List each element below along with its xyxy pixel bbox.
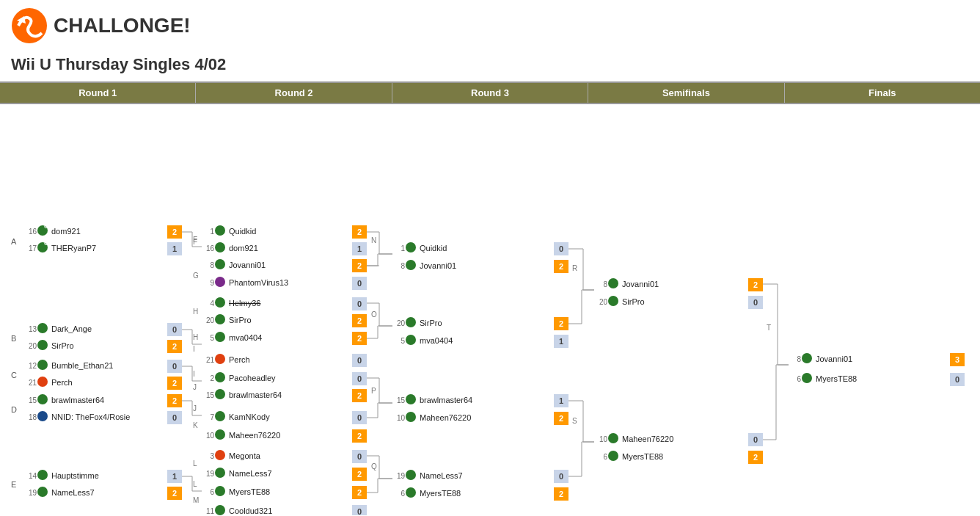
svg-point-188 (406, 470, 416, 480)
svg-text:Maheen76220: Maheen76220 (622, 435, 673, 443)
svg-text:0: 0 (753, 435, 758, 444)
svg-point-150 (215, 505, 225, 515)
svg-point-81 (215, 277, 225, 287)
svg-text:1: 1 (401, 244, 405, 252)
svg-text:Jovanni01: Jovanni01 (229, 261, 266, 269)
svg-text:10: 10 (599, 435, 608, 443)
svg-point-104 (215, 354, 225, 364)
svg-point-161 (406, 260, 416, 270)
svg-text:4: 4 (210, 299, 214, 308)
svg-text:dom921: dom921 (229, 244, 258, 252)
svg-text:8: 8 (210, 261, 214, 269)
svg-text:1: 1 (559, 396, 563, 405)
svg-text:R: R (572, 264, 577, 272)
svg-text:N: N (371, 236, 376, 244)
svg-text:2: 2 (172, 396, 177, 405)
svg-text:15: 15 (397, 396, 406, 404)
svg-point-224 (802, 373, 812, 383)
svg-point-22 (37, 340, 48, 350)
svg-point-87 (215, 297, 225, 308)
finals-header: Finals (785, 83, 980, 103)
svg-point-58 (37, 487, 48, 497)
svg-text:11: 11 (206, 507, 215, 515)
svg-text:20: 20 (29, 342, 37, 350)
svg-text:16: 16 (29, 228, 37, 236)
svg-point-110 (215, 372, 225, 382)
svg-point-46 (37, 411, 48, 421)
svg-text:J: J (193, 383, 197, 391)
round2-header: Round 2 (196, 83, 392, 103)
svg-point-92 (215, 314, 225, 324)
svg-text:2: 2 (357, 334, 362, 343)
svg-text:MyersTE88: MyersTE88 (622, 452, 663, 461)
svg-text:mva0404: mva0404 (229, 333, 262, 342)
svg-text:2: 2 (357, 228, 362, 236)
svg-text:Perch: Perch (51, 378, 73, 387)
svg-text:2: 2 (559, 490, 563, 498)
svg-text:20: 20 (599, 298, 608, 306)
svg-text:M: M (193, 496, 199, 504)
svg-text:12: 12 (29, 362, 37, 370)
svg-text:J: J (193, 404, 197, 413)
svg-text:10: 10 (397, 414, 406, 422)
svg-point-1 (0, 104, 12, 116)
svg-text:Dark_Ange: Dark_Ange (51, 324, 92, 333)
svg-text:MyersTE88: MyersTE88 (816, 374, 857, 383)
svg-text:A: A (11, 237, 17, 246)
svg-point-167 (406, 317, 416, 327)
svg-text:Jovanni01: Jovanni01 (816, 355, 852, 363)
svg-text:brawlmaster64: brawlmaster64 (420, 396, 472, 404)
svg-text:0: 0 (357, 374, 362, 383)
svg-text:SirPro: SirPro (622, 297, 645, 306)
svg-text:Cooldud321: Cooldud321 (229, 506, 272, 515)
svg-point-214 (608, 451, 618, 461)
svg-text:6: 6 (797, 375, 801, 383)
svg-text:THERyanP7: THERyanP7 (51, 244, 96, 252)
svg-text:1: 1 (559, 337, 563, 346)
svg-text:Maheen76220: Maheen76220 (229, 431, 280, 440)
svg-point-122 (215, 411, 225, 421)
svg-point-198 (608, 278, 618, 288)
svg-text:15: 15 (206, 391, 215, 399)
svg-text:PhantomVirus13: PhantomVirus13 (229, 278, 288, 287)
tournament-title: Wii U Thursday Singles 4/02 (0, 51, 980, 81)
challonge-logo-icon (11, 7, 48, 44)
svg-text:D: D (11, 405, 17, 414)
svg-text:SirPro: SirPro (420, 319, 442, 327)
svg-point-65 (215, 225, 225, 236)
svg-text:mva0404: mva0404 (420, 336, 453, 345)
svg-text:6: 6 (210, 488, 214, 496)
svg-text:Perch: Perch (229, 355, 250, 364)
svg-text:SirPro: SirPro (51, 341, 74, 350)
svg-text:0: 0 (753, 298, 758, 307)
svg-text:9: 9 (210, 279, 214, 287)
svg-text:brawlmaster64: brawlmaster64 (51, 396, 104, 404)
svg-text:MyersTE88: MyersTE88 (420, 489, 461, 498)
svg-point-193 (406, 487, 416, 498)
svg-text:Pacoheadley: Pacoheadley (229, 374, 276, 382)
svg-text:C: C (11, 371, 17, 379)
svg-text:16: 16 (206, 244, 215, 252)
svg-text:21: 21 (29, 379, 37, 387)
svg-text:I: I (193, 370, 195, 378)
svg-text:Quidkid: Quidkid (420, 244, 447, 252)
svg-text:2: 2 (210, 374, 214, 382)
svg-text:21: 21 (206, 356, 215, 364)
svg-text:19: 19 (29, 489, 37, 497)
svg-text:NNID: TheFox4/Rosie: NNID: TheFox4/Rosie (51, 413, 130, 421)
bracket-area: 16 G dom921 2 17 G THERyanP7 1 A F 13 Da… (0, 104, 980, 515)
svg-text:0: 0 (357, 452, 362, 461)
svg-text:T: T (767, 324, 771, 332)
svg-text:2: 2 (357, 391, 362, 400)
svg-text:2: 2 (357, 432, 362, 440)
svg-text:2: 2 (357, 470, 362, 479)
svg-text:0: 0 (172, 413, 177, 422)
svg-text:2: 2 (753, 453, 758, 462)
svg-text:Jovanni01: Jovanni01 (420, 261, 456, 270)
svg-text:13: 13 (29, 325, 37, 333)
svg-text:3: 3 (210, 452, 214, 460)
svg-text:2: 2 (559, 319, 563, 328)
semis-header: Semifinals (588, 83, 784, 103)
svg-text:H: H (193, 333, 198, 341)
svg-text:2: 2 (172, 489, 177, 498)
